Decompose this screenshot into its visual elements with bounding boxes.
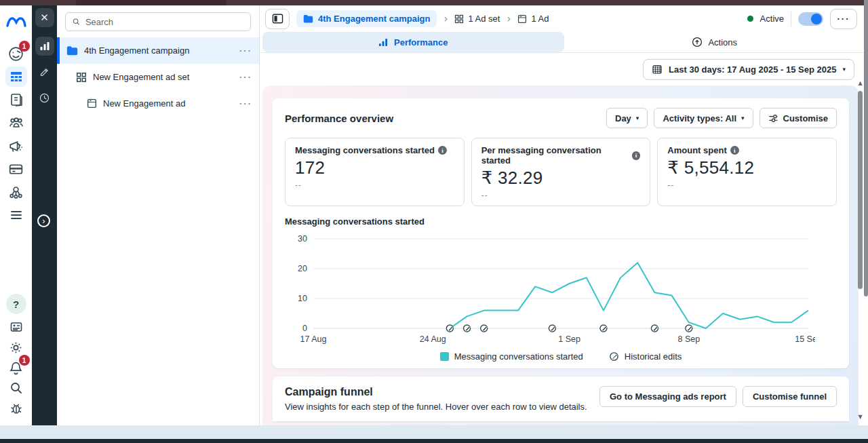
sidebar-item-billing[interactable]	[5, 159, 27, 179]
pencil-icon	[39, 66, 50, 78]
sidebar-item-business-assets[interactable]	[5, 182, 27, 202]
sidebar-item-ads-manager[interactable]	[5, 66, 27, 87]
meta-logo	[5, 12, 27, 33]
row-menu-button[interactable]: ···	[239, 72, 252, 82]
metric-value: 172	[295, 157, 454, 178]
conversations-chart[interactable]: 010203017 Aug24 Aug1 Sep8 Sep15 Sep	[285, 231, 837, 350]
breadcrumb-adset[interactable]: 1 Ad set	[454, 14, 500, 24]
content-scrollbar[interactable]: ▲ ▼	[857, 80, 863, 420]
tree-item-adset[interactable]: New Engagement ad set ···	[57, 64, 259, 90]
sidebar-item-notifications-face[interactable]: 1	[5, 43, 27, 64]
sidebar-item-alerts[interactable]: 1	[5, 358, 27, 378]
tab-performance[interactable]: Performance	[262, 32, 564, 52]
sidebar-item-pages[interactable]	[5, 90, 27, 110]
svg-text:0: 0	[302, 324, 307, 333]
go-to-messaging-report-button[interactable]: Go to Messaging ads report	[599, 386, 736, 407]
metric-sub: --	[295, 180, 454, 190]
bug-icon	[8, 400, 24, 417]
breadcrumb-ad[interactable]: 1 Ad	[517, 14, 549, 24]
row-menu-button[interactable]: ···	[239, 45, 252, 56]
circle-arrow-up-icon	[692, 37, 703, 47]
charts-tool-button[interactable]	[35, 37, 54, 56]
performance-overview-card: Performance overview Day ▾ Activity type…	[273, 98, 849, 368]
svg-text:17 Aug: 17 Aug	[300, 334, 327, 344]
historical-edit-marker	[686, 325, 692, 332]
view-tabs: Performance Actions	[260, 32, 868, 53]
expand-panel-button[interactable]: ›	[37, 214, 50, 227]
metric-label: Amount spent	[667, 145, 726, 155]
adset-grid-icon	[454, 14, 464, 24]
history-tool-button[interactable]	[35, 88, 54, 107]
calendar-icon	[652, 64, 663, 75]
info-icon[interactable]: i	[438, 146, 447, 155]
sidebar-panel-icon	[272, 14, 283, 24]
window-scrollbar[interactable]	[864, 0, 868, 296]
info-icon[interactable]: i	[730, 146, 739, 155]
meta-logo-icon	[6, 17, 26, 28]
tree-item-campaign[interactable]: 4th Engagement campaign ···	[57, 37, 259, 64]
scroll-up-arrow[interactable]: ▲	[857, 80, 863, 86]
toggle-knob	[811, 14, 822, 24]
breadcrumb-separator: ›	[443, 13, 448, 25]
breadcrumb-separator: ›	[507, 13, 511, 25]
ellipsis-icon: ···	[837, 14, 850, 24]
more-options-button[interactable]: ···	[830, 9, 857, 29]
tree-item-ad[interactable]: New Engagement ad ···	[57, 90, 259, 117]
main-content: 4th Engagement campaign › 1 Ad set › 1 A…	[260, 5, 868, 425]
date-range-button[interactable]: Last 30 days: 17 Aug 2025 - 15 Sep 2025 …	[643, 59, 854, 80]
breadcrumb-campaign[interactable]: 4th Engagement campaign	[296, 10, 437, 27]
bar-chart-icon	[39, 41, 50, 52]
legend-label: Historical edits	[625, 351, 682, 362]
scrollbar-thumb[interactable]	[858, 91, 863, 289]
alerts-badge: 1	[19, 355, 30, 366]
help-button[interactable]: ?	[6, 294, 26, 314]
tree-search[interactable]	[65, 12, 251, 31]
metric-sub: --	[481, 191, 641, 200]
metric-label: Messaging conversations started	[295, 145, 435, 155]
sidebar-item-report-bug[interactable]	[5, 398, 27, 419]
activity-types-dropdown[interactable]: Activity types: All ▾	[654, 108, 753, 128]
close-panel-button[interactable]: ✕	[35, 8, 54, 27]
customise-funnel-button[interactable]: Customise funnel	[743, 386, 837, 407]
ads-manager-app: 1 ? 1	[0, 5, 868, 425]
sidebar-item-updates[interactable]	[5, 317, 27, 337]
sidebar-item-all-tools[interactable]	[5, 205, 27, 225]
svg-text:1 Sep: 1 Sep	[558, 334, 580, 344]
sidebar-item-ads[interactable]	[5, 136, 27, 156]
campaign-tree-panel: 4th Engagement campaign ··· New Engageme…	[57, 5, 260, 425]
card-title: Performance overview	[285, 113, 393, 124]
customise-label: Customise	[783, 113, 828, 123]
customise-sliders-icon	[768, 114, 778, 123]
chevron-right-icon: ›	[42, 216, 45, 225]
tab-actions[interactable]: Actions	[564, 32, 866, 52]
svg-text:10: 10	[298, 294, 307, 303]
metric-cards: Messaging conversations startedi 172 -- …	[285, 138, 837, 206]
pages-icon	[8, 92, 24, 108]
sidebar-item-audiences[interactable]	[5, 113, 27, 133]
search-input[interactable]	[85, 17, 244, 27]
scroll-down-arrow[interactable]: ▼	[857, 414, 863, 420]
historical-edit-marker	[481, 325, 488, 332]
row-menu-button[interactable]: ···	[239, 98, 252, 109]
ad-frame-icon	[87, 98, 97, 109]
search-icon	[8, 380, 24, 396]
info-icon[interactable]: i	[632, 151, 641, 160]
edit-tool-button[interactable]	[35, 62, 54, 81]
tree-item-label: New Engagement ad	[103, 98, 233, 109]
funnel-subtitle: View insights for each step of the funne…	[285, 402, 587, 412]
metric-conversations: Messaging conversations startedi 172 --	[285, 138, 465, 206]
sidebar-item-search[interactable]	[5, 378, 27, 398]
notifications-badge: 1	[19, 41, 30, 52]
active-toggle[interactable]	[798, 12, 823, 26]
adset-grid-icon	[76, 72, 87, 83]
customise-button[interactable]: Customise	[760, 108, 837, 128]
people-icon	[7, 114, 25, 132]
megaphone-icon	[7, 138, 24, 155]
toggle-sidebar-button[interactable]	[265, 9, 290, 29]
historical-edit-marker	[651, 325, 658, 332]
interval-dropdown[interactable]: Day ▾	[606, 108, 648, 128]
gear-icon	[7, 339, 24, 356]
campaign-funnel-card: Campaign funnel View insights for each s…	[273, 377, 849, 421]
left-nav-rail: 1 ? 1	[0, 5, 32, 425]
breadcrumb-label: 1 Ad set	[468, 14, 500, 24]
